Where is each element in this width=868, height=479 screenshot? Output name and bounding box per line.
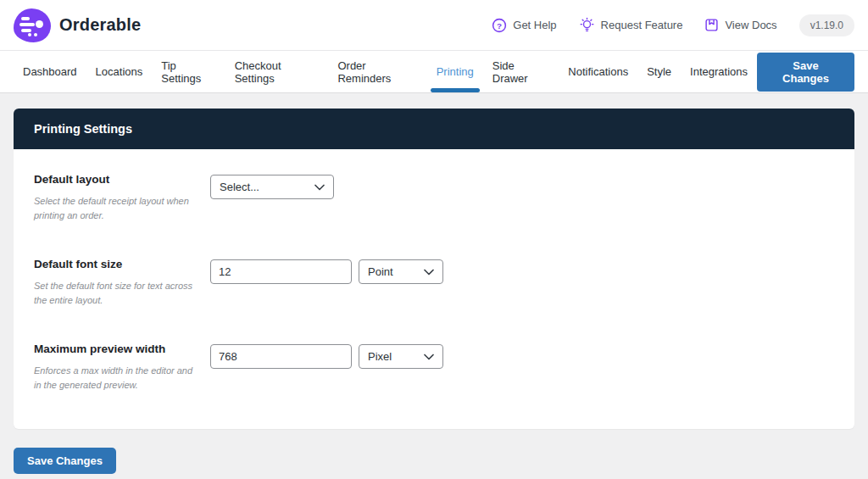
orderable-logo-icon	[14, 8, 51, 42]
tab-dashboard[interactable]: Dashboard	[14, 51, 86, 92]
svg-text:?: ?	[497, 20, 502, 30]
field-label: Default font size	[34, 258, 197, 270]
default-layout-select[interactable]: Select...	[210, 175, 334, 199]
docs-icon	[704, 18, 719, 32]
settings-nav: Dashboard Locations Tip Settings Checkou…	[0, 51, 868, 93]
brand-name: Orderable	[59, 15, 141, 35]
tab-order-reminders[interactable]: Order Reminders	[328, 51, 426, 92]
printing-settings-panel: Printing Settings Default layout Select …	[14, 109, 854, 429]
help-circle-icon: ?	[492, 18, 507, 33]
tab-integrations[interactable]: Integrations	[681, 51, 757, 92]
tab-checkout-settings[interactable]: Checkout Settings	[225, 51, 329, 92]
field-label: Maximum preview width	[34, 343, 197, 355]
panel-title: Printing Settings	[34, 122, 132, 136]
chevron-down-icon	[314, 181, 325, 193]
field-row-default-layout: Default layout Select the default receip…	[34, 173, 834, 222]
field-description: Enforces a max width in the editor and i…	[34, 364, 197, 392]
chevron-down-icon	[424, 350, 434, 363]
tab-printing[interactable]: Printing	[427, 51, 483, 92]
chevron-down-icon	[424, 265, 434, 278]
view-docs-link[interactable]: View Docs	[704, 18, 776, 32]
save-changes-button-bottom[interactable]: Save Changes	[14, 448, 116, 474]
request-feature-link[interactable]: Request Feature	[579, 17, 683, 33]
lightbulb-icon	[579, 17, 595, 33]
tab-style[interactable]: Style	[637, 51, 681, 92]
field-description: Select the default receipt layout when p…	[34, 194, 197, 222]
panel-header: Printing Settings	[14, 109, 854, 149]
field-description: Set the default font size for text acros…	[34, 279, 197, 307]
brand: Orderable	[14, 8, 141, 42]
version-badge: v1.19.0	[799, 14, 854, 36]
field-row-default-font-size: Default font size Set the default font s…	[34, 258, 834, 307]
tab-side-drawer[interactable]: Side Drawer	[483, 51, 559, 92]
default-font-size-input[interactable]	[210, 259, 352, 284]
tab-notifications[interactable]: Notifications	[559, 51, 637, 92]
content-area: Printing Settings Default layout Select …	[0, 93, 868, 479]
field-row-max-preview-width: Maximum preview width Enforces a max wid…	[34, 343, 834, 392]
max-preview-width-input[interactable]	[210, 344, 352, 369]
tab-locations[interactable]: Locations	[86, 51, 153, 92]
font-size-unit-select[interactable]: Point	[359, 259, 443, 284]
tab-tip-settings[interactable]: Tip Settings	[152, 51, 225, 92]
get-help-link[interactable]: ? Get Help	[492, 18, 556, 33]
top-header: Orderable ? Get Help	[0, 0, 868, 51]
preview-width-unit-select[interactable]: Pixel	[359, 344, 443, 369]
field-label: Default layout	[34, 173, 197, 186]
save-changes-button-top[interactable]: Save Changes	[757, 53, 854, 92]
